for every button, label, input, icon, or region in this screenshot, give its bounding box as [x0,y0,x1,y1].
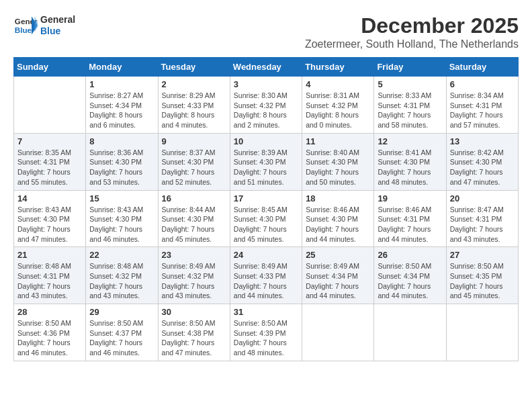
day-info: Sunrise: 8:34 AMSunset: 4:31 PMDaylight:… [450,91,515,130]
svg-text:Blue: Blue [15,26,32,34]
calendar-cell: 7Sunrise: 8:35 AMSunset: 4:31 PMDaylight… [14,133,86,190]
day-number: 10 [234,136,298,146]
calendar-cell [446,304,518,361]
calendar-week-4: 21Sunrise: 8:48 AMSunset: 4:31 PMDayligh… [14,247,519,304]
header-tuesday: Tuesday [158,58,230,77]
day-info: Sunrise: 8:50 AMSunset: 4:36 PMDaylight:… [17,318,82,358]
calendar-cell: 21Sunrise: 8:48 AMSunset: 4:31 PMDayligh… [14,247,86,304]
calendar-cell: 26Sunrise: 8:50 AMSunset: 4:34 PMDayligh… [374,247,446,304]
day-number: 18 [306,193,370,203]
day-info: Sunrise: 8:50 AMSunset: 4:34 PMDaylight:… [378,261,442,301]
day-info: Sunrise: 8:40 AMSunset: 4:30 PMDaylight:… [306,148,370,187]
calendar-week-3: 14Sunrise: 8:43 AMSunset: 4:30 PMDayligh… [14,190,519,247]
day-number: 7 [17,136,82,146]
day-info: Sunrise: 8:33 AMSunset: 4:31 PMDaylight:… [378,91,442,130]
calendar-cell: 12Sunrise: 8:41 AMSunset: 4:30 PMDayligh… [374,133,446,190]
day-info: Sunrise: 8:44 AMSunset: 4:30 PMDaylight:… [162,205,226,244]
day-info: Sunrise: 8:37 AMSunset: 4:30 PMDaylight:… [162,148,226,187]
logo: General Blue General Blue [13,13,75,38]
calendar-cell [302,304,374,361]
calendar-cell: 1Sunrise: 8:27 AMSunset: 4:34 PMDaylight… [86,77,158,134]
day-number: 1 [89,79,154,89]
day-number: 29 [89,307,154,317]
day-number: 9 [162,136,226,146]
day-info: Sunrise: 8:49 AMSunset: 4:32 PMDaylight:… [162,261,226,301]
calendar-cell [374,304,446,361]
day-number: 13 [450,136,515,146]
day-number: 3 [234,79,298,89]
calendar-cell: 11Sunrise: 8:40 AMSunset: 4:30 PMDayligh… [302,133,374,190]
header-sunday: Sunday [14,58,86,77]
calendar-cell: 6Sunrise: 8:34 AMSunset: 4:31 PMDaylight… [446,77,518,134]
calendar-cell: 29Sunrise: 8:50 AMSunset: 4:37 PMDayligh… [86,304,158,361]
day-number: 19 [378,193,442,203]
day-info: Sunrise: 8:35 AMSunset: 4:31 PMDaylight:… [17,148,82,187]
day-number: 14 [17,193,82,203]
day-number: 22 [89,250,154,260]
day-number: 25 [306,250,370,260]
calendar-cell: 22Sunrise: 8:48 AMSunset: 4:32 PMDayligh… [86,247,158,304]
calendar-cell: 31Sunrise: 8:50 AMSunset: 4:39 PMDayligh… [230,304,302,361]
header-thursday: Thursday [302,58,374,77]
day-number: 12 [378,136,442,146]
day-info: Sunrise: 8:30 AMSunset: 4:32 PMDaylight:… [234,91,298,130]
day-number: 8 [89,136,154,146]
day-info: Sunrise: 8:48 AMSunset: 4:31 PMDaylight:… [17,261,82,301]
day-info: Sunrise: 8:48 AMSunset: 4:32 PMDaylight:… [89,261,154,301]
day-number: 15 [89,193,154,203]
day-info: Sunrise: 8:41 AMSunset: 4:30 PMDaylight:… [378,148,442,187]
day-info: Sunrise: 8:39 AMSunset: 4:30 PMDaylight:… [234,148,298,187]
day-number: 6 [450,79,515,89]
calendar-cell: 17Sunrise: 8:45 AMSunset: 4:30 PMDayligh… [230,190,302,247]
header-friday: Friday [374,58,446,77]
day-info: Sunrise: 8:46 AMSunset: 4:31 PMDaylight:… [378,205,442,244]
day-number: 2 [162,79,226,89]
day-info: Sunrise: 8:49 AMSunset: 4:34 PMDaylight:… [306,261,370,301]
calendar-cell: 4Sunrise: 8:31 AMSunset: 4:32 PMDaylight… [302,77,374,134]
calendar-table: SundayMondayTuesdayWednesdayThursdayFrid… [13,57,519,361]
day-info: Sunrise: 8:47 AMSunset: 4:31 PMDaylight:… [450,205,515,244]
day-number: 21 [17,250,82,260]
day-info: Sunrise: 8:50 AMSunset: 4:35 PMDaylight:… [450,261,515,301]
day-number: 11 [306,136,370,146]
logo-icon: General Blue [13,13,38,38]
day-info: Sunrise: 8:29 AMSunset: 4:33 PMDaylight:… [162,91,226,130]
logo-line1: General [40,14,75,26]
title-area: December 2025 Zoetermeer, South Holland,… [305,13,519,50]
calendar-cell: 24Sunrise: 8:49 AMSunset: 4:33 PMDayligh… [230,247,302,304]
day-info: Sunrise: 8:50 AMSunset: 4:37 PMDaylight:… [89,318,154,358]
page-title: December 2025 [305,13,519,38]
day-number: 20 [450,193,515,203]
calendar-cell: 8Sunrise: 8:36 AMSunset: 4:30 PMDaylight… [86,133,158,190]
day-info: Sunrise: 8:27 AMSunset: 4:34 PMDaylight:… [89,91,154,130]
calendar-cell: 5Sunrise: 8:33 AMSunset: 4:31 PMDaylight… [374,77,446,134]
day-info: Sunrise: 8:43 AMSunset: 4:30 PMDaylight:… [17,205,82,244]
calendar-cell [14,77,86,134]
day-number: 4 [306,79,370,89]
day-number: 27 [450,250,515,260]
calendar-cell: 23Sunrise: 8:49 AMSunset: 4:32 PMDayligh… [158,247,230,304]
day-info: Sunrise: 8:36 AMSunset: 4:30 PMDaylight:… [89,148,154,187]
calendar-cell: 19Sunrise: 8:46 AMSunset: 4:31 PMDayligh… [374,190,446,247]
calendar-week-5: 28Sunrise: 8:50 AMSunset: 4:36 PMDayligh… [14,304,519,361]
calendar-cell: 9Sunrise: 8:37 AMSunset: 4:30 PMDaylight… [158,133,230,190]
calendar-cell: 3Sunrise: 8:30 AMSunset: 4:32 PMDaylight… [230,77,302,134]
page-subtitle: Zoetermeer, South Holland, The Netherlan… [305,38,519,50]
day-info: Sunrise: 8:49 AMSunset: 4:33 PMDaylight:… [234,261,298,301]
day-number: 5 [378,79,442,89]
calendar-cell: 18Sunrise: 8:46 AMSunset: 4:30 PMDayligh… [302,190,374,247]
header-saturday: Saturday [446,58,518,77]
day-info: Sunrise: 8:50 AMSunset: 4:39 PMDaylight:… [234,318,298,358]
calendar-header-row: SundayMondayTuesdayWednesdayThursdayFrid… [14,58,519,77]
calendar-cell: 2Sunrise: 8:29 AMSunset: 4:33 PMDaylight… [158,77,230,134]
calendar-week-2: 7Sunrise: 8:35 AMSunset: 4:31 PMDaylight… [14,133,519,190]
day-info: Sunrise: 8:42 AMSunset: 4:30 PMDaylight:… [450,148,515,187]
header-monday: Monday [86,58,158,77]
day-number: 28 [17,307,82,317]
calendar-cell: 20Sunrise: 8:47 AMSunset: 4:31 PMDayligh… [446,190,518,247]
day-info: Sunrise: 8:31 AMSunset: 4:32 PMDaylight:… [306,91,370,130]
calendar-week-1: 1Sunrise: 8:27 AMSunset: 4:34 PMDaylight… [14,77,519,134]
day-number: 26 [378,250,442,260]
day-info: Sunrise: 8:46 AMSunset: 4:30 PMDaylight:… [306,205,370,244]
day-number: 24 [234,250,298,260]
